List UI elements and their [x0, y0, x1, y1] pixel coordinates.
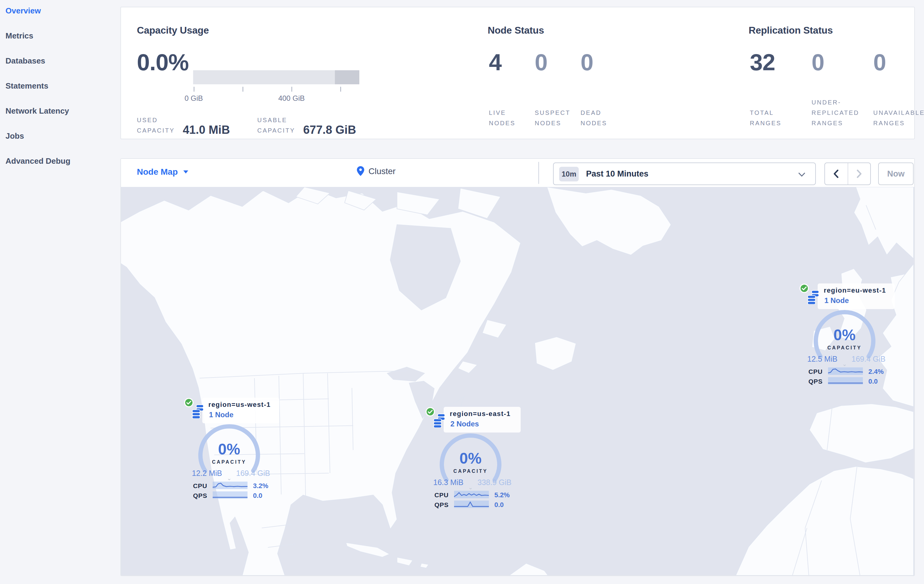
- tick-label-400gib: 400 GiB: [278, 94, 305, 103]
- capacity-percent-value: 0.0%: [137, 49, 188, 76]
- database-stack-icon: [807, 290, 820, 304]
- capacity-percent: 0%: [425, 450, 516, 467]
- tick-label-0gib: 0 GiB: [185, 94, 203, 103]
- capacity-percent: 0%: [183, 441, 275, 458]
- chevron-down-icon: [798, 172, 805, 177]
- sidebar-item-advanced-debug[interactable]: Advanced Debug: [5, 156, 70, 166]
- cluster-summary-panel: Capacity Usage 0.0% 0 GiB 400 GiB USED C…: [120, 7, 915, 139]
- cpu-label: CPU: [183, 482, 207, 489]
- node-map-viewport: region=us-west-1 1 Node 0% CAPACITY 12.2…: [121, 187, 914, 576]
- qps-sparkline: [213, 491, 248, 499]
- qps-sparkline: [828, 377, 863, 385]
- used-capacity-label-line1: USED: [137, 115, 175, 125]
- chevron-right-icon: [856, 169, 862, 178]
- expand-chevron-icon[interactable]: ⌄: [183, 476, 275, 481]
- qps-label: QPS: [425, 501, 449, 508]
- time-step-back-button[interactable]: [825, 163, 848, 184]
- toolbar-divider: [538, 162, 539, 184]
- region-nodes-link[interactable]: 2 Nodes: [450, 419, 479, 428]
- sidebar-item-network-latency[interactable]: Network Latency: [5, 106, 69, 115]
- map-pin-icon: [357, 166, 364, 176]
- usable-capacity-stat: USABLE CAPACITY 677.8 GiB: [257, 115, 356, 136]
- database-stack-icon: [192, 405, 204, 418]
- time-step-forward-button[interactable]: [848, 163, 870, 184]
- world-map: [121, 187, 914, 576]
- capacity-gauge-label: CAPACITY: [183, 459, 275, 465]
- expand-chevron-icon[interactable]: ⌄: [799, 362, 890, 367]
- total-ranges-count: 32: [750, 49, 775, 76]
- region-marker-us-east-1: region=us-east-1 2 Nodes 0% CAPACITY 16.…: [425, 405, 516, 512]
- under-replicated-ranges-label: UNDER-REPLICATEDRANGES: [812, 97, 859, 128]
- used-capacity-label-line2: CAPACITY: [137, 125, 175, 136]
- capacity-bar-track: [193, 70, 359, 84]
- cpu-label: CPU: [799, 367, 823, 375]
- node-status-title: Node Status: [488, 25, 544, 36]
- qps-value: 0.0: [253, 492, 262, 499]
- view-mode-label: Node Map: [137, 167, 178, 176]
- sidebar-item-databases[interactable]: Databases: [5, 56, 45, 65]
- qps-label: QPS: [799, 377, 823, 385]
- caret-down-icon: [183, 170, 188, 173]
- region-marker-eu-west-1: region=eu-west-1 1 Node 0% CAPACITY 12.5…: [799, 281, 890, 388]
- cpu-sparkline: [213, 481, 248, 489]
- capacity-bar-reserved-segment: [335, 70, 359, 84]
- used-capacity-value: 41.0 MiB: [183, 123, 230, 137]
- suspect-nodes-count: 0: [535, 49, 547, 76]
- live-nodes-count: 4: [489, 49, 502, 76]
- region-title: region=us-east-1: [450, 410, 511, 417]
- cpu-label: CPU: [425, 491, 449, 498]
- qps-label: QPS: [183, 492, 207, 499]
- capacity-percent: 0%: [799, 326, 890, 344]
- suspect-nodes-label: SUSPECTNODES: [535, 107, 571, 128]
- time-range-dropdown[interactable]: 10m Past 10 Minutes: [553, 163, 816, 185]
- capacity-gauge-label: CAPACITY: [425, 469, 516, 474]
- breadcrumb-cluster-label: Cluster: [368, 166, 396, 176]
- region-marker-us-west-1: region=us-west-1 1 Node 0% CAPACITY 12.2…: [183, 395, 275, 503]
- database-stack-icon: [433, 414, 446, 428]
- time-step-buttons: [824, 163, 871, 185]
- qps-value: 0.0: [494, 501, 504, 508]
- replication-status-title: Replication Status: [749, 25, 833, 36]
- cpu-sparkline: [454, 490, 489, 498]
- sidebar-item-statements[interactable]: Statements: [5, 81, 48, 90]
- under-replicated-ranges-count: 0: [812, 49, 824, 76]
- qps-sparkline: [454, 500, 489, 508]
- time-range-badge: 10m: [559, 167, 579, 181]
- region-title: region=eu-west-1: [824, 286, 886, 294]
- live-nodes-label: LIVENODES: [489, 107, 515, 128]
- total-ranges-label: TOTALRANGES: [750, 107, 782, 128]
- expand-chevron-icon[interactable]: ⌄: [425, 485, 516, 490]
- capacity-usage-title: Capacity Usage: [137, 25, 209, 36]
- chevron-left-icon: [833, 169, 839, 178]
- cpu-value: 2.4%: [868, 367, 884, 375]
- dead-nodes-label: DEADNODES: [581, 107, 607, 128]
- dead-nodes-count: 0: [581, 49, 593, 76]
- db-console-overview-page: Overview Metrics Databases Statements Ne…: [0, 0, 924, 584]
- capacity-bar-ticks: [193, 87, 359, 93]
- node-map-panel: Node Map Cluster 10m Past 10 Minutes: [120, 158, 915, 576]
- qps-value: 0.0: [868, 377, 878, 385]
- unavailable-ranges-count: 0: [873, 49, 886, 76]
- cpu-sparkline: [828, 367, 863, 375]
- region-title: region=us-west-1: [208, 401, 271, 408]
- region-nodes-link[interactable]: 1 Node: [209, 411, 233, 419]
- time-range-label: Past 10 Minutes: [586, 169, 648, 178]
- capacity-bar: 0 GiB 400 GiB: [193, 70, 359, 103]
- node-map-toolbar: Node Map Cluster 10m Past 10 Minutes: [121, 159, 914, 187]
- capacity-gauge-label: CAPACITY: [799, 345, 890, 350]
- cpu-value: 3.2%: [253, 482, 268, 489]
- usable-capacity-label-line2: CAPACITY: [257, 125, 295, 136]
- sidebar-item-jobs[interactable]: Jobs: [5, 132, 24, 140]
- view-mode-dropdown[interactable]: Node Map: [137, 167, 188, 176]
- usable-capacity-label-line1: USABLE: [257, 115, 295, 125]
- region-nodes-link[interactable]: 1 Node: [824, 296, 849, 305]
- sidebar-item-overview[interactable]: Overview: [5, 6, 41, 15]
- unavailable-ranges-label: UNAVAILABLERANGES: [873, 107, 924, 128]
- breadcrumb[interactable]: Cluster: [357, 166, 396, 176]
- capacity-bar-tick-labels: 0 GiB 400 GiB: [193, 94, 359, 103]
- now-button[interactable]: Now: [878, 163, 914, 185]
- sidebar: Overview Metrics Databases Statements Ne…: [0, 0, 120, 584]
- sidebar-item-metrics[interactable]: Metrics: [5, 31, 33, 40]
- used-capacity-stat: USED CAPACITY 41.0 MiB: [137, 115, 230, 136]
- cpu-value: 5.2%: [494, 491, 510, 498]
